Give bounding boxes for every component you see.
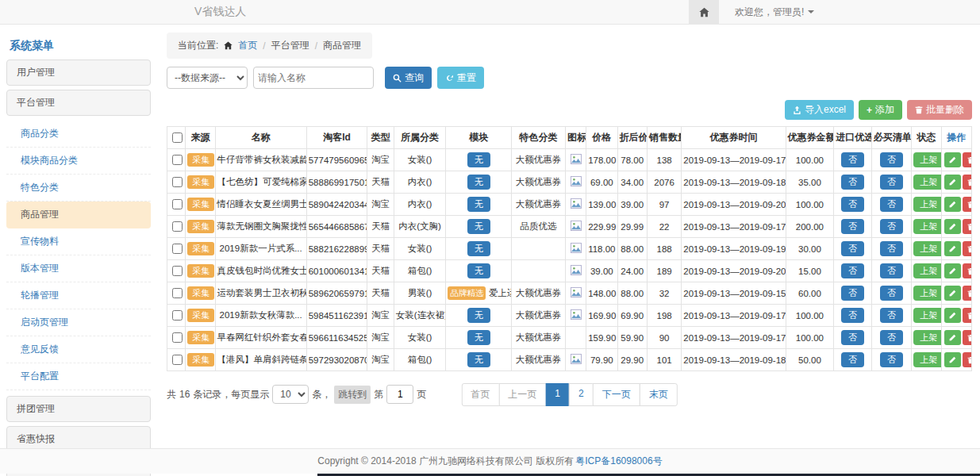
must-buy-toggle[interactable]: 否 [880,286,903,301]
sidebar-group-1[interactable]: 平台管理 [6,90,151,116]
must-buy-toggle[interactable]: 否 [880,352,903,367]
must-buy-toggle[interactable]: 否 [880,263,903,278]
icp-link[interactable]: 粤ICP备16098006号 [575,455,662,468]
reset-button[interactable]: 重置 [437,67,484,89]
status-toggle[interactable]: 上架 [913,219,941,234]
sales-cell: 198 [647,305,681,327]
must-buy-toggle[interactable]: 否 [880,308,903,323]
status-toggle[interactable]: 上架 [913,330,941,345]
imported-toggle[interactable]: 否 [841,175,864,190]
row-checkbox-cell [167,260,186,282]
sidebar-item-6[interactable]: 轮播管理 [6,282,151,309]
sidebar-group-0[interactable]: 用户管理 [6,60,151,86]
status-toggle[interactable]: 上架 [913,241,941,256]
must-buy-cell: 否 [871,260,911,282]
data-source-select[interactable]: --数据来源-- [167,67,248,89]
sidebar-item-1[interactable]: 模块商品分类 [6,148,151,175]
sidebar-item-2[interactable]: 特色分类 [6,175,151,202]
sidebar-item-5[interactable]: 版本管理 [6,255,151,282]
name-search-input[interactable] [253,67,374,89]
delete-button[interactable] [963,152,972,167]
delete-button[interactable] [963,308,972,323]
edit-button[interactable] [944,241,961,256]
image-icon [571,221,582,231]
sidebar-item-7[interactable]: 启动页管理 [6,309,151,336]
row-checkbox[interactable] [172,355,183,365]
imported-toggle[interactable]: 否 [841,263,864,278]
edit-button[interactable] [944,330,961,345]
edit-button[interactable] [944,219,961,234]
imported-toggle[interactable]: 否 [841,352,864,367]
must-buy-toggle[interactable]: 否 [880,330,903,345]
edit-button[interactable] [944,352,961,367]
imported-toggle[interactable]: 否 [841,152,864,167]
page-button-3[interactable]: 2 [569,383,594,406]
sidebar-submenu: 商品分类模块商品分类特色分类商品管理宣传物料版本管理轮播管理启动页管理意见反馈平… [6,119,151,392]
batch-delete-button[interactable]: 批量删除 [907,100,972,120]
must-buy-toggle[interactable]: 否 [880,175,903,190]
imported-toggle[interactable]: 否 [841,308,864,323]
page-button-5[interactable]: 末页 [640,383,678,406]
page-button-1[interactable]: 上一页 [498,383,546,406]
edit-button[interactable] [944,197,961,212]
status-toggle[interactable]: 上架 [913,197,941,212]
status-toggle[interactable]: 上架 [913,263,941,278]
sidebar-item-8[interactable]: 意见反馈 [6,336,151,363]
row-checkbox[interactable] [172,288,183,298]
select-all-checkbox[interactable] [172,132,183,143]
page-size-select[interactable]: 10 [272,385,309,404]
delete-button[interactable] [963,219,972,234]
edit-button[interactable] [944,175,961,190]
delete-button[interactable] [963,352,972,367]
row-checkbox[interactable] [172,332,183,343]
sidebar-item-4[interactable]: 宣传物料 [6,228,151,255]
delete-button[interactable] [963,330,972,345]
page-button-0[interactable]: 首页 [461,383,499,406]
row-checkbox[interactable] [172,244,183,254]
delete-button[interactable] [963,175,972,190]
imported-toggle[interactable]: 否 [841,241,864,256]
row-checkbox[interactable] [172,177,183,187]
edit-button[interactable] [944,263,961,278]
sidebar-group-2[interactable]: 拼团管理 [6,396,151,422]
row-checkbox[interactable] [172,221,183,232]
query-button[interactable]: 查询 [385,67,432,89]
must-buy-toggle[interactable]: 否 [880,241,903,256]
imported-toggle[interactable]: 否 [841,330,864,345]
must-buy-toggle[interactable]: 否 [880,152,903,167]
row-checkbox[interactable] [172,266,183,276]
add-button[interactable]: + 添加 [859,100,902,120]
delete-button[interactable] [963,197,972,212]
must-buy-toggle[interactable]: 否 [880,219,903,234]
imported-toggle[interactable]: 否 [841,197,864,212]
sidebar-item-9[interactable]: 平台配置 [6,363,151,390]
edit-button[interactable] [944,308,961,323]
page-button-4[interactable]: 下一页 [593,383,640,406]
status-toggle[interactable]: 上架 [913,175,941,190]
delete-button[interactable] [963,263,972,278]
home-button[interactable] [689,0,719,24]
edit-button[interactable] [944,286,961,301]
status-toggle[interactable]: 上架 [913,352,941,367]
delete-button[interactable] [963,286,972,301]
status-toggle[interactable]: 上架 [913,152,941,167]
sidebar-item-0[interactable]: 商品分类 [6,121,151,148]
column-header-4: 所属分类 [394,127,446,149]
sidebar-item-3[interactable]: 商品管理 [6,202,151,228]
row-checkbox[interactable] [172,310,183,321]
page-button-2[interactable]: 1 [545,383,570,406]
imported-toggle[interactable]: 否 [841,286,864,301]
imported-toggle[interactable]: 否 [841,219,864,234]
status-toggle[interactable]: 上架 [913,308,941,323]
breadcrumb-home-link[interactable]: 首页 [238,39,257,52]
row-checkbox[interactable] [172,199,183,209]
row-checkbox[interactable] [172,155,183,165]
edit-button[interactable] [944,152,961,167]
user-menu[interactable]: 欢迎您，管理员! [719,6,814,19]
import-excel-button[interactable]: 导入excel [785,100,854,120]
status-toggle[interactable]: 上架 [913,286,941,301]
trash-icon [967,290,972,298]
jump-page-input[interactable] [386,385,413,404]
must-buy-toggle[interactable]: 否 [880,197,903,212]
delete-button[interactable] [963,241,972,256]
